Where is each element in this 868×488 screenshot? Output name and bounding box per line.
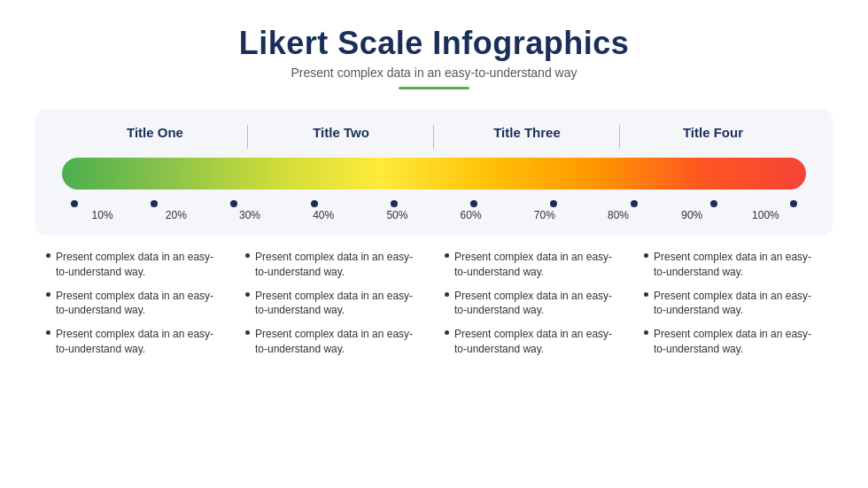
bullet-col-3: Present complex data in an easy-to-under… <box>633 250 833 366</box>
bullet-text: Present complex data in an easy-to-under… <box>454 327 623 357</box>
label-100: 100% <box>729 209 802 221</box>
bullet-text: Present complex data in an easy-to-under… <box>454 250 623 280</box>
scale-labels: 10% 20% 30% 40% 50% 60% 70% 80% 90% 100% <box>62 207 806 221</box>
bullet-dot-icon <box>245 292 250 297</box>
scale-header-one: Title One <box>62 125 248 149</box>
label-30: 30% <box>213 209 286 221</box>
list-item: Present complex data in an easy-to-under… <box>46 250 224 280</box>
page: Likert Scale Infographics Present comple… <box>0 0 868 488</box>
dot-2 <box>151 200 158 207</box>
list-item: Present complex data in an easy-to-under… <box>445 289 623 319</box>
list-item: Present complex data in an easy-to-under… <box>46 289 224 319</box>
label-80: 80% <box>581 209 655 221</box>
bullet-text: Present complex data in an easy-to-under… <box>56 250 224 280</box>
bullet-text: Present complex data in an easy-to-under… <box>654 289 822 319</box>
list-item: Present complex data in an easy-to-under… <box>46 327 224 357</box>
bullet-dot-icon <box>46 253 50 258</box>
label-40: 40% <box>287 209 360 221</box>
scale-bar-container <box>62 158 806 190</box>
bullet-dot-icon <box>445 253 449 258</box>
scale-header-three: Title Three <box>434 125 620 149</box>
label-20: 20% <box>139 209 213 221</box>
bullet-text: Present complex data in an easy-to-under… <box>255 327 423 357</box>
scale-header-two: Title Two <box>248 125 434 149</box>
bullet-dot-icon <box>245 253 250 258</box>
bullet-dot-icon <box>644 253 648 258</box>
bullet-col-0: Present complex data in an easy-to-under… <box>35 250 235 366</box>
bullet-dot-icon <box>46 292 50 297</box>
bullet-dot-icon <box>644 292 648 297</box>
list-item: Present complex data in an easy-to-under… <box>644 327 822 357</box>
dot-7 <box>550 200 557 207</box>
dot-8 <box>631 200 638 207</box>
list-item: Present complex data in an easy-to-under… <box>644 250 822 280</box>
list-item: Present complex data in an easy-to-under… <box>445 327 623 357</box>
scale-bar <box>62 158 806 190</box>
dot-6 <box>470 200 477 207</box>
bullet-dot-icon <box>445 330 449 335</box>
bullet-col-1: Present complex data in an easy-to-under… <box>235 250 434 366</box>
dot-4 <box>311 200 318 207</box>
underline-decoration <box>399 87 469 89</box>
scale-dots <box>62 195 806 207</box>
bullet-dot-icon <box>245 330 250 335</box>
bullet-col-2: Present complex data in an easy-to-under… <box>434 250 633 366</box>
main-title: Likert Scale Infographics <box>239 25 630 62</box>
header: Likert Scale Infographics Present comple… <box>239 25 630 104</box>
bullet-text: Present complex data in an easy-to-under… <box>255 289 423 319</box>
list-item: Present complex data in an easy-to-under… <box>245 289 423 319</box>
dot-10 <box>790 200 797 207</box>
bullet-text: Present complex data in an easy-to-under… <box>255 250 423 280</box>
bullet-text: Present complex data in an easy-to-under… <box>654 250 822 280</box>
list-item: Present complex data in an easy-to-under… <box>644 289 822 319</box>
bullet-columns: Present complex data in an easy-to-under… <box>35 250 833 366</box>
label-50: 50% <box>360 209 434 221</box>
bullet-text: Present complex data in an easy-to-under… <box>454 289 623 319</box>
bullet-text: Present complex data in an easy-to-under… <box>56 289 224 319</box>
dot-1 <box>71 200 78 207</box>
label-10: 10% <box>66 209 139 221</box>
dot-5 <box>391 200 398 207</box>
list-item: Present complex data in an easy-to-under… <box>245 250 423 280</box>
dot-9 <box>710 200 717 207</box>
dot-3 <box>230 200 237 207</box>
scale-header-four: Title Four <box>620 125 806 149</box>
label-70: 70% <box>508 209 581 221</box>
label-60: 60% <box>434 209 508 221</box>
bullet-dot-icon <box>46 330 50 335</box>
list-item: Present complex data in an easy-to-under… <box>245 327 423 357</box>
bullet-dot-icon <box>644 330 648 335</box>
bullet-dot-icon <box>445 292 449 297</box>
label-90: 90% <box>655 209 729 221</box>
bullet-text: Present complex data in an easy-to-under… <box>654 327 822 357</box>
bullet-text: Present complex data in an easy-to-under… <box>56 327 224 357</box>
scale-card: Title One Title Two Title Three Title Fo… <box>35 109 833 236</box>
list-item: Present complex data in an easy-to-under… <box>445 250 623 280</box>
scale-headers: Title One Title Two Title Three Title Fo… <box>62 125 806 149</box>
subtitle: Present complex data in an easy-to-under… <box>239 66 630 80</box>
